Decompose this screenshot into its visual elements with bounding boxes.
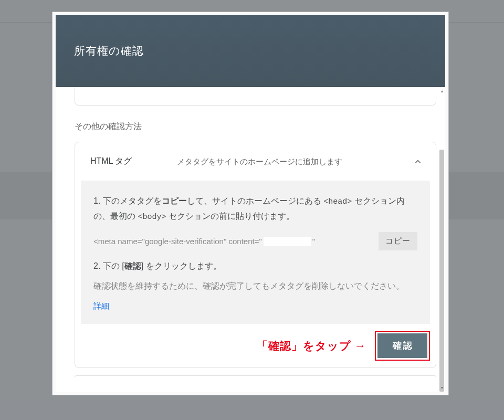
meta-tag-code[interactable]: <meta name="google-site-verification" co…	[93, 237, 372, 246]
keep-tag-note: 確認状態を維持するために、確認が完了してもメタタグを削除しないでください。	[93, 279, 417, 293]
step-1-text: 1. 下のメタタグをコピーして、サイトのホームページにある <head> セクシ…	[93, 194, 417, 224]
method-description: メタタグをサイトのホームページに追加します	[177, 155, 402, 167]
verify-ownership-dialog: 所有権の確認 その他の確認方法 HTML タグ メタタグをサイトのホームページに…	[52, 12, 449, 395]
html-tag-method-card: HTML タグ メタタグをサイトのホームページに追加します 1. 下のメタタグを…	[75, 142, 436, 368]
method-name: HTML タグ	[90, 156, 166, 167]
dialog-header: 所有権の確認	[56, 15, 445, 87]
next-method-card-peek[interactable]	[75, 375, 436, 377]
tap-confirm-annotation: 「確認」をタップ →	[257, 339, 365, 353]
scroll-up-icon[interactable]: ▴	[439, 89, 444, 93]
html-tag-method-header[interactable]: HTML タグ メタタグをサイトのホームページに追加します	[75, 142, 436, 181]
previous-method-card-collapsed[interactable]	[75, 87, 436, 106]
dialog-body: その他の確認方法 HTML タグ メタタグをサイトのホームページに追加します 1…	[56, 87, 445, 392]
redacted-token	[264, 237, 311, 246]
copy-button[interactable]: コピー	[379, 232, 417, 250]
dialog-title: 所有権の確認	[74, 44, 144, 58]
meta-tag-row: <meta name="google-site-verification" co…	[93, 232, 417, 250]
action-row: 「確認」をタップ → 確認	[75, 324, 436, 368]
chevron-up-icon	[412, 156, 424, 167]
html-tag-instructions-panel: 1. 下のメタタグをコピーして、サイトのホームページにある <head> セクシ…	[81, 181, 430, 324]
scrollbar-thumb[interactable]	[439, 150, 444, 392]
arrow-right-icon: →	[354, 339, 365, 353]
details-link[interactable]: 詳細	[93, 301, 109, 310]
confirm-button-highlight: 確認	[375, 331, 430, 361]
confirm-button[interactable]: 確認	[377, 333, 427, 358]
scrollbar-track[interactable]: ▴ ▾	[438, 87, 445, 392]
scroll-down-icon[interactable]: ▾	[439, 385, 444, 390]
step-2-text: 2. 下の [確認] をクリックします。	[93, 261, 417, 272]
other-methods-label: その他の確認方法	[75, 121, 436, 132]
